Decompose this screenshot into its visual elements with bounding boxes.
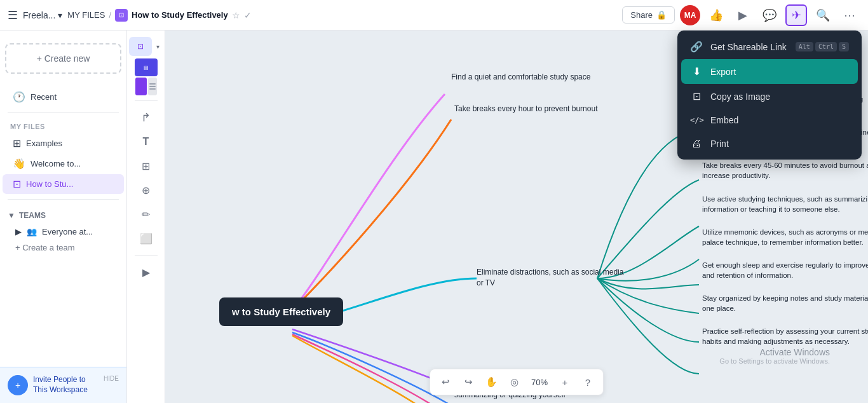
print-icon: 🖨 [690, 138, 703, 149]
share-dropdown-menu: 🔗 Get Shareable Link Alt Ctrl S ⬇ Export… [677, 31, 862, 160]
create-team-button[interactable]: + Create a team [0, 240, 126, 256]
hamburger-icon[interactable]: ☰ [8, 8, 18, 22]
play-button[interactable]: ▶ [133, 261, 159, 283]
teams-section: ▼ TEAMS ▶ 👥 Everyone at... + Create a te… [0, 205, 126, 258]
right-item-7: Stay organized by keeping notes and stud… [702, 293, 868, 313]
menu-label-embed: Embed [710, 115, 849, 125]
help-button[interactable]: ? [578, 372, 598, 392]
right-item-3: Take breaks every 45-60 minutes to avoid… [702, 160, 868, 181]
sidebar-item-everyone[interactable]: ▶ 👥 Everyone at... [0, 224, 126, 240]
everyone-label: Everyone at... [42, 227, 93, 236]
branch-text-1: Find a quiet and comfortable study space [451, 72, 590, 81]
welcome-label: Welcome to... [31, 159, 81, 168]
sidebar: + Create new 🕐 Recent MY FILES ⊞ Example… [0, 31, 127, 403]
toolbar-top-group: ⊡ ▾ ▤ [127, 36, 165, 95]
mini-card-1[interactable]: ▤ [135, 58, 158, 76]
favorite-icon[interactable]: ☆ [232, 10, 240, 20]
right-item-5: Utilize mnemonic devices, such as acrony… [702, 227, 868, 247]
canvas-toolbar: ⊡ ▾ ▤ ↱ T ⊞ ⊕ ✏ ⬜ ▶ [127, 31, 165, 403]
header-right: Share 🔒 MA 👍 ▶ 💬 ✈ 🔍 ⋯ [622, 4, 860, 26]
share-label: Share [630, 10, 653, 20]
bottom-toolbar: ↩ ↪ ✋ ◎ 70% + ? [430, 369, 604, 395]
share-button[interactable]: Share 🔒 [622, 6, 675, 24]
sidebar-item-how-to-study[interactable]: ⊡ How to Stu... [3, 174, 124, 194]
search-button[interactable]: 🔍 [812, 4, 834, 26]
grid-tool-button[interactable]: ⊞ [133, 154, 159, 177]
breadcrumb-separator: / [109, 10, 111, 20]
sidebar-divider-2 [8, 199, 119, 200]
purple-card[interactable] [135, 78, 147, 95]
zoom-in-button[interactable]: + [555, 372, 575, 392]
create-team-label: + Create a team [15, 243, 75, 252]
menu-item-copy-as-image[interactable]: ⊡ Copy as Image [681, 84, 858, 109]
mini-stripe [148, 78, 157, 95]
share-active-button[interactable]: ✈ [785, 4, 807, 26]
menu-item-export[interactable]: ⬇ Export [681, 59, 858, 84]
toolbar-separator-1 [135, 100, 158, 101]
undo-button[interactable]: ↩ [435, 372, 456, 392]
branch-top-1: Find a quiet and comfortable study space [451, 72, 590, 83]
breadcrumb-my-files[interactable]: MY FILES [67, 10, 105, 20]
s-key: S [839, 42, 849, 51]
watermark-title: Activate Windows [719, 347, 830, 357]
hide-button[interactable]: HIDE [104, 375, 119, 382]
doc-type-icon: ⊡ [115, 9, 128, 22]
present-button[interactable]: ▶ [732, 4, 754, 26]
watermark-subtitle: Go to Settings to activate Windows. [719, 357, 830, 365]
more-button[interactable]: ⋯ [839, 4, 860, 26]
invite-card[interactable]: + Invite People to This Workspace HIDE [0, 367, 126, 403]
ctrl-key: Ctrl [815, 42, 837, 51]
menu-item-print[interactable]: 🖨 Print [681, 132, 858, 156]
toolbar-middle-group: ↱ T ⊞ ⊕ ✏ ⬜ [127, 106, 165, 250]
pen-tool-button[interactable]: ✏ [133, 203, 159, 226]
redo-button[interactable]: ↪ [458, 372, 478, 392]
recent-label: Recent [31, 92, 57, 102]
hand-tool-button[interactable]: ✋ [481, 372, 501, 392]
create-new-button[interactable]: + Create new [5, 43, 121, 74]
right-item-4: Use active studying techniques, such as … [702, 194, 868, 214]
branch-top-2: Take breaks every hour to prevent burnou… [454, 104, 597, 114]
frame-tool-button[interactable]: ⬜ [133, 227, 159, 250]
view-toggle[interactable]: ▾ [153, 37, 163, 56]
recent-icon: 🕐 [13, 91, 25, 103]
link-icon: 🔗 [690, 41, 703, 53]
how-to-study-label: How to Stu... [26, 179, 73, 189]
alt-key: Alt [796, 42, 813, 51]
examples-icon: ⊞ [13, 137, 21, 149]
like-button[interactable]: 👍 [705, 4, 727, 26]
invite-plus-icon: + [15, 380, 20, 390]
fit-screen-button[interactable]: ◎ [504, 372, 524, 392]
sidebar-item-welcome[interactable]: 👋 Welcome to... [3, 154, 124, 174]
toolbar-separator-2 [135, 255, 158, 256]
workspace-selector[interactable]: Freela... ▾ [23, 10, 62, 20]
arrow-tool-button[interactable]: ↱ [133, 106, 159, 129]
welcome-icon: 👋 [13, 158, 25, 170]
shortcut-keys: Alt Ctrl S [796, 42, 849, 51]
teams-label[interactable]: ▼ TEAMS [0, 207, 126, 224]
sidebar-item-examples[interactable]: ⊞ Examples [3, 133, 124, 153]
toolbar-bottom-group: ▶ [127, 261, 165, 283]
create-new-label: + Create new [37, 53, 90, 64]
avatar[interactable]: MA [680, 5, 700, 25]
document-title: How to Study Effectively [132, 10, 228, 20]
comment-button[interactable]: 💬 [759, 4, 780, 26]
header-left: ☰ Freela... ▾ MY FILES / ⊡ How to Study … [8, 8, 622, 22]
sidebar-item-recent[interactable]: 🕐 Recent [3, 87, 124, 107]
menu-item-get-shareable-link[interactable]: 🔗 Get Shareable Link Alt Ctrl S [681, 34, 858, 59]
link-tool-button[interactable]: ⊕ [133, 179, 159, 202]
branch-text-2: Take breaks every hour to prevent burnou… [454, 104, 597, 113]
export-icon: ⬇ [690, 65, 703, 78]
menu-item-embed[interactable]: </> Embed [681, 109, 858, 132]
activate-windows-watermark: Activate Windows Go to Settings to activ… [719, 347, 830, 365]
central-node[interactable]: w to Study Effectively [219, 297, 343, 326]
workspace-label: Freela... [23, 10, 55, 20]
everyone-arrow-icon: ▶ [15, 227, 22, 236]
menu-label-print: Print [710, 139, 849, 149]
menu-label-shareable-link: Get Shareable Link [710, 42, 788, 52]
examples-label: Examples [26, 139, 62, 148]
present-mode-button[interactable]: ⊡ [129, 37, 152, 56]
menu-label-copy-image: Copy as Image [710, 92, 849, 102]
sidebar-create-section: + Create new [0, 31, 126, 86]
text-tool-button[interactable]: T [133, 130, 159, 153]
right-item-8: Practice self-reflection by assessing yo… [702, 326, 868, 346]
